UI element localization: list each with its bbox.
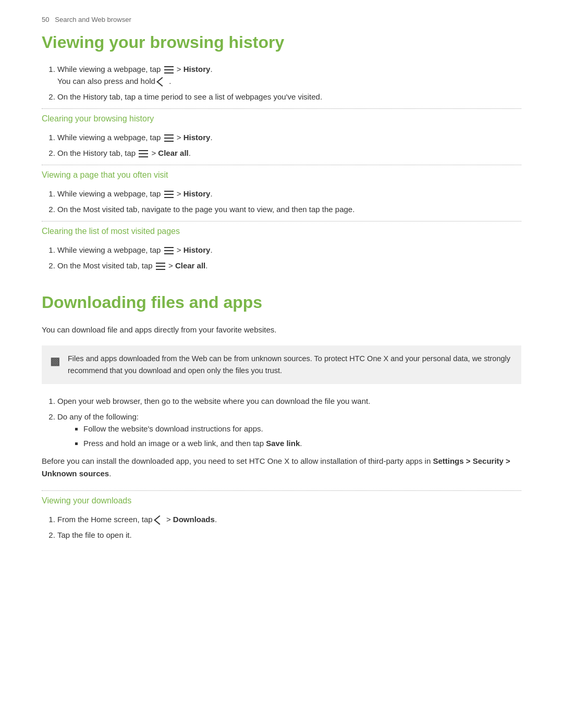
downloading-steps: Open your web browser, then go to the we… bbox=[57, 396, 521, 450]
subsection-viewing-often: Viewing a page that you often visit bbox=[42, 165, 521, 183]
vd-step1-after: > Downloads. bbox=[166, 515, 217, 524]
clear-step2-after: > Clear all. bbox=[151, 149, 190, 157]
list-item: From the Home screen, tap > Downloads. bbox=[57, 514, 521, 526]
clear-step1-before: While viewing a webpage, tap bbox=[57, 133, 163, 142]
downloading-footer: Before you can install the downloaded ap… bbox=[42, 455, 521, 480]
dl-step1-text: Open your web browser, then go to the we… bbox=[57, 397, 370, 405]
vd-step2-text: Tap the file to open it. bbox=[57, 530, 132, 539]
menu-icon bbox=[156, 263, 165, 270]
menu-icon bbox=[139, 150, 148, 157]
clearing-browsing-history-steps: While viewing a webpage, tap > History. … bbox=[57, 132, 521, 159]
dl-sub1: Follow the website's download instructio… bbox=[83, 424, 263, 433]
warning-text: Files and apps downloaded from the Web c… bbox=[68, 354, 510, 375]
warning-box: ▩ Files and apps downloaded from the Web… bbox=[42, 346, 521, 384]
list-item: While viewing a webpage, tap > History. … bbox=[57, 64, 521, 87]
footer-end: . bbox=[109, 469, 111, 478]
list-item: On the History tab, tap a time period to… bbox=[57, 91, 521, 103]
menu-icon bbox=[164, 191, 174, 198]
often-step2-text: On the Most visited tab, navigate to the… bbox=[57, 205, 354, 214]
list-item: On the Most visited tab, navigate to the… bbox=[57, 204, 521, 216]
clear-step2-before: On the History tab, tap bbox=[57, 149, 138, 157]
dl-sub-list: Follow the website's download instructio… bbox=[83, 423, 521, 450]
often-step1-after: > History. bbox=[177, 189, 213, 198]
clear-mv-step2-after: > Clear all. bbox=[168, 261, 207, 270]
clear-mv-step1-after: > History. bbox=[177, 245, 213, 254]
list-item: Tap the file to open it. bbox=[57, 529, 521, 541]
step1-note: You can also press and hold bbox=[57, 77, 157, 85]
often-step1-before: While viewing a webpage, tap bbox=[57, 189, 163, 198]
subsection-clearing-most-visited: Clearing the list of most visited pages bbox=[42, 221, 521, 239]
clear-step1-after: > History. bbox=[177, 133, 213, 142]
back-icon bbox=[154, 515, 165, 525]
viewing-downloads-steps: From the Home screen, tap > Downloads. T… bbox=[57, 514, 521, 541]
dl-step2-text: Do any of the following: bbox=[57, 412, 139, 421]
list-item: On the Most visited tab, tap > Clear all… bbox=[57, 260, 521, 272]
subsection-viewing-downloads: Viewing your downloads bbox=[42, 490, 521, 509]
downloading-section: Downloading files and apps You can downl… bbox=[42, 293, 521, 480]
clearing-most-visited-steps: While viewing a webpage, tap > History. … bbox=[57, 244, 521, 272]
vd-step1-before: From the Home screen, tap bbox=[57, 515, 155, 524]
browsing-history-steps: While viewing a webpage, tap > History. … bbox=[57, 64, 521, 103]
subsection-clearing-browsing-history: Clearing your browsing history bbox=[42, 108, 521, 127]
downloading-description: You can download file and apps directly … bbox=[42, 324, 521, 336]
warning-icon: ▩ bbox=[50, 353, 60, 369]
list-item: On the History tab, tap > Clear all. bbox=[57, 147, 521, 159]
list-item: Do any of the following: Follow the webs… bbox=[57, 411, 521, 450]
back-icon bbox=[156, 77, 168, 86]
step1-note-end: . bbox=[169, 77, 171, 85]
main-title-browsing-history: Viewing your browsing history bbox=[42, 33, 521, 52]
menu-icon bbox=[164, 66, 174, 73]
list-item: While viewing a webpage, tap > History. bbox=[57, 188, 521, 200]
list-item: While viewing a webpage, tap > History. bbox=[57, 132, 521, 144]
main-title-downloading: Downloading files and apps bbox=[42, 293, 521, 312]
page-number: 50 Search and Web browser bbox=[42, 16, 521, 23]
dl-sub2: Press and hold an image or a web link, a… bbox=[83, 439, 302, 448]
clear-mv-step2-before: On the Most visited tab, tap bbox=[57, 261, 155, 270]
list-item: Follow the website's download instructio… bbox=[83, 423, 521, 435]
list-item: While viewing a webpage, tap > History. bbox=[57, 244, 521, 256]
viewing-often-steps: While viewing a webpage, tap > History. … bbox=[57, 188, 521, 216]
step2-text: On the History tab, tap a time period to… bbox=[57, 92, 322, 101]
footer-text-before: Before you can install the downloaded ap… bbox=[42, 456, 433, 465]
menu-icon bbox=[164, 247, 174, 254]
clear-mv-step1-before: While viewing a webpage, tap bbox=[57, 245, 163, 254]
menu-icon bbox=[164, 134, 174, 142]
list-item: Open your web browser, then go to the we… bbox=[57, 396, 521, 408]
step1-text-before: While viewing a webpage, tap bbox=[57, 65, 163, 73]
step1-text-after: > History. bbox=[177, 65, 213, 73]
list-item: Press and hold an image or a web link, a… bbox=[83, 438, 521, 450]
